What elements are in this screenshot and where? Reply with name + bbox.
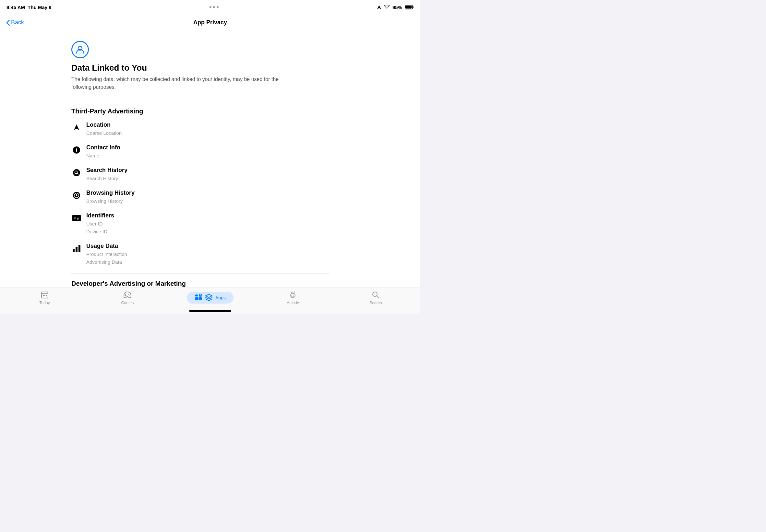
svg-point-6 (73, 169, 80, 176)
nav-bar: Back App Privacy (0, 14, 420, 31)
tab-today[interactable]: Today (3, 290, 86, 305)
svg-point-40 (294, 296, 294, 297)
data-item-identifiers: Identifiers User ID Device ID (71, 212, 330, 236)
section-divider-2 (71, 273, 330, 273)
id-card-icon (71, 213, 82, 223)
header-section: Data Linked to You The following data, w… (71, 41, 330, 91)
svg-rect-15 (77, 217, 80, 217)
arcade-label: Arcade (287, 301, 299, 305)
search-history-label: Search History (86, 167, 127, 174)
svg-point-39 (294, 295, 294, 296)
location-status-icon (377, 5, 381, 9)
games-label: Games (121, 301, 133, 305)
search-circle-icon (71, 168, 82, 178)
status-center-dots (210, 6, 219, 8)
usage-data-sublabel-2: Advertising Data (86, 258, 127, 266)
header-subtitle: The following data, which may be collect… (71, 75, 298, 91)
svg-rect-17 (77, 219, 78, 220)
svg-rect-32 (199, 297, 202, 300)
svg-point-29 (128, 294, 129, 295)
wifi-icon (384, 5, 390, 9)
svg-rect-26 (46, 295, 47, 296)
tab-search[interactable]: Search (334, 290, 417, 305)
browsing-history-sublabel: Browsing History (86, 197, 134, 205)
usage-data-label: Usage Data (86, 243, 127, 249)
usage-data-sublabel-1: Product Interaction (86, 250, 127, 258)
chart-bars-icon (71, 243, 82, 254)
section-divider-1 (71, 101, 330, 101)
today-label: Today (40, 301, 50, 305)
svg-rect-2 (405, 6, 412, 9)
svg-rect-13 (72, 215, 81, 221)
today-icon (40, 290, 49, 299)
section-title-1: Third-Party Advertising (71, 108, 330, 115)
status-time: 9:45 AM Thu May 9 (6, 5, 52, 10)
games-icon (123, 290, 132, 299)
tab-games[interactable]: Games (86, 290, 168, 305)
nav-title: App Privacy (193, 19, 227, 26)
location-icon (71, 122, 82, 133)
person-icon (75, 45, 85, 54)
svg-rect-1 (412, 6, 413, 8)
tab-arcade[interactable]: Arcade (252, 290, 334, 305)
battery-icon (405, 5, 414, 9)
tab-apps[interactable]: Apps (168, 292, 251, 304)
svg-rect-31 (195, 297, 199, 300)
back-chevron-icon (6, 20, 10, 26)
browsing-history-label: Browsing History (86, 190, 134, 196)
status-indicators: 95% (377, 5, 414, 10)
tab-bar: Today Games (0, 287, 420, 314)
main-content: Data Linked to You The following data, w… (0, 31, 420, 287)
home-indicator (189, 310, 231, 312)
contact-sublabel: Name (86, 152, 120, 160)
svg-text:i: i (76, 148, 77, 153)
section-title-2: Developer's Advertising or Marketing (71, 280, 330, 287)
info-circle-icon: i (71, 145, 82, 155)
identifiers-label: Identifiers (86, 212, 114, 219)
apps-active-bg: Apps (187, 292, 234, 304)
svg-rect-18 (73, 249, 75, 252)
battery-percentage: 95% (392, 5, 402, 10)
svg-point-14 (74, 217, 76, 219)
apps-stack-icon (204, 294, 214, 302)
search-label: Search (369, 301, 382, 305)
header-title: Data Linked to You (71, 63, 330, 73)
svg-line-42 (377, 296, 379, 298)
svg-point-36 (291, 293, 295, 298)
search-tab-icon (371, 290, 380, 299)
data-item-usage: Usage Data Product Interaction Advertisi… (71, 243, 330, 266)
clock-circle-icon (71, 190, 82, 201)
contact-label: Contact Info (86, 144, 120, 151)
data-item-search: Search History Search History (71, 167, 330, 182)
status-bar: 9:45 AM Thu May 9 95% (0, 0, 420, 14)
data-item-browsing: Browsing History Browsing History (71, 190, 330, 205)
arcade-icon (288, 290, 297, 299)
search-history-sublabel: Search History (86, 175, 127, 182)
location-label: Location (86, 121, 122, 128)
svg-rect-33 (195, 295, 198, 296)
apps-label: Apps (215, 295, 226, 300)
svg-rect-16 (77, 218, 79, 219)
identifiers-sublabel-userid: User ID (86, 220, 114, 228)
identifiers-sublabel-deviceid: Device ID (86, 228, 114, 236)
apps-icon (195, 294, 203, 302)
back-button[interactable]: Back (6, 19, 24, 26)
svg-rect-20 (78, 245, 80, 252)
svg-point-30 (129, 295, 130, 295)
svg-rect-25 (44, 295, 45, 296)
privacy-icon (71, 41, 89, 58)
svg-rect-24 (43, 295, 44, 296)
svg-rect-19 (75, 247, 77, 252)
data-item-contact: i Contact Info Name (71, 144, 330, 160)
data-item-location: Location Coarse Location (71, 121, 330, 137)
location-sublabel: Coarse Location (86, 129, 122, 137)
